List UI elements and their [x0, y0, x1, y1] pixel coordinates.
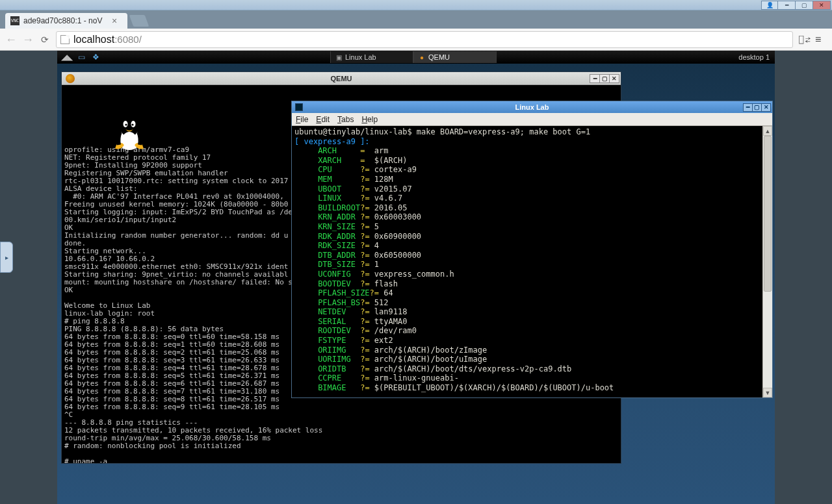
workspace-indicator[interactable]: desktop 1 — [733, 53, 775, 61]
terminal-app-icon — [295, 103, 303, 111]
svg-point-4 — [125, 123, 127, 125]
svg-point-6 — [122, 132, 136, 147]
vnc-favicon-icon: VNC — [10, 16, 20, 25]
os-window-titlebar: 👤 ━ ▢ ✕ — [0, 0, 832, 10]
window-icon: ● — [418, 53, 426, 61]
menu-help[interactable]: Help — [361, 115, 378, 124]
site-info-icon[interactable] — [60, 35, 70, 44]
address-bar[interactable]: localhost:6080/ — [56, 31, 793, 48]
back-button[interactable]: ← — [5, 34, 17, 45]
app-menu-icon[interactable]: ◢◣ — [62, 53, 72, 62]
tab-close-icon[interactable]: × — [112, 16, 117, 26]
qemu-window-title: QEMU — [62, 75, 621, 82]
linux-lab-menubar: FileEditTabsHelp — [292, 113, 772, 126]
chrome-menu-button[interactable]: ≡ — [815, 34, 827, 45]
qemu-titlebar[interactable]: QEMU ━ ▢ ✕ — [62, 72, 621, 85]
linux-lab-titlebar[interactable]: Linux Lab ━ ▢ ✕ — [292, 101, 772, 113]
scroll-down-button[interactable]: ▼ — [763, 388, 772, 397]
task-button-qemu[interactable]: ●QEMU — [413, 51, 497, 63]
browser-tab[interactable]: VNC ade9ad70c880:1 - noV × — [5, 13, 127, 29]
os-user-button[interactable]: 👤 — [761, 1, 778, 10]
lab-maximize-button[interactable]: ▢ — [752, 103, 762, 112]
scroll-thumb[interactable] — [764, 136, 772, 292]
file-manager-icon[interactable]: ❖ — [91, 53, 100, 62]
os-maximize-button[interactable]: ▢ — [795, 1, 813, 10]
scroll-track[interactable] — [763, 136, 772, 388]
browser-tab-strip: VNC ade9ad70c880:1 - noV × — [0, 10, 832, 29]
qemu-close-button[interactable]: ✕ — [609, 74, 619, 83]
os-close-button[interactable]: ✕ — [812, 1, 831, 10]
show-desktop-icon[interactable]: ▭ — [77, 53, 86, 62]
desktop-taskbar: ◢◣ ▭ ❖ ▣Linux Lab●QEMU desktop 1 — [57, 51, 775, 64]
linux-lab-terminal[interactable]: ubuntu@tinylab/linux-lab$ make BOARD=vex… — [292, 126, 762, 397]
url-host: localhost — [73, 34, 114, 45]
vnc-control-handle[interactable]: ▸ — [0, 242, 13, 273]
linux-lab-window-title: Linux Lab — [292, 103, 772, 111]
forward-button[interactable]: → — [22, 34, 34, 45]
new-tab-button[interactable] — [129, 15, 150, 27]
browser-tab-label: ade9ad70c880:1 - noV — [23, 16, 108, 25]
window-icon: ▣ — [335, 53, 343, 61]
task-button-label: QEMU — [428, 53, 450, 61]
reload-button[interactable]: ⟳ — [39, 34, 51, 45]
terminal-scrollbar[interactable]: ▲ ▼ — [762, 126, 772, 397]
qemu-maximize-button[interactable]: ▢ — [599, 74, 610, 83]
lab-close-button[interactable]: ✕ — [761, 103, 771, 112]
task-button-label: Linux Lab — [345, 53, 376, 61]
qemu-minimize-button[interactable]: ━ — [590, 74, 600, 83]
linux-lab-window[interactable]: Linux Lab ━ ▢ ✕ FileEditTabsHelp ubuntu@… — [291, 101, 773, 398]
menu-tabs[interactable]: Tabs — [337, 115, 354, 124]
linux-desktop[interactable]: ◢◣ ▭ ❖ ▣Linux Lab●QEMU desktop 1 QEMU ━ … — [57, 51, 775, 504]
lab-minimize-button[interactable]: ━ — [743, 103, 753, 112]
scroll-up-button[interactable]: ▲ — [763, 126, 772, 136]
os-minimize-button[interactable]: ━ — [777, 1, 796, 10]
task-button-linux-lab[interactable]: ▣Linux Lab — [330, 51, 413, 63]
menu-file[interactable]: File — [296, 115, 308, 124]
url-path: :6080/ — [114, 34, 142, 45]
vnc-canvas-area: ▸ ◢◣ ▭ ❖ ▣Linux Lab●QEMU desktop 1 QEMU … — [0, 51, 832, 504]
qemu-app-icon — [66, 74, 75, 83]
translate-icon[interactable]: ⌷⇄ — [798, 34, 810, 45]
svg-point-5 — [132, 123, 134, 125]
tux-logo-icon — [67, 105, 106, 144]
menu-edit[interactable]: Edit — [316, 115, 330, 124]
browser-toolbar: ← → ⟳ localhost:6080/ ⌷⇄ ≡ — [0, 29, 832, 51]
